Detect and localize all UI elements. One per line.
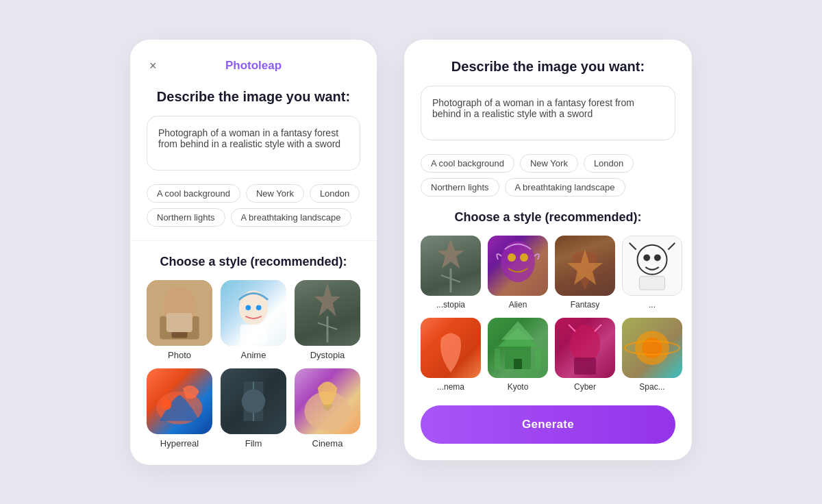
right-style-cinema[interactable]: ...nema (421, 318, 481, 392)
right-img-alien (488, 236, 548, 296)
right-tag-breathtaking[interactable]: A breathtaking landscape (505, 178, 625, 197)
style-img-cinema (295, 368, 360, 434)
right-img-cyber (555, 318, 615, 378)
screen-container: × Photoleap Describe the image you want:… (0, 12, 822, 492)
right-style-cyber[interactable]: Cyber (555, 318, 615, 392)
style-label-anime: Anime (241, 350, 266, 360)
svg-rect-48 (574, 357, 596, 375)
svg-point-29 (643, 254, 650, 261)
right-label-manga: ... (649, 300, 656, 310)
right-prompt-textarea[interactable] (421, 86, 675, 140)
style-img-photo (147, 280, 212, 346)
right-label-alien: Alien (509, 300, 527, 310)
style-label-dystopia: Dystopia (310, 350, 345, 360)
svg-point-25 (520, 253, 528, 262)
svg-rect-39 (514, 359, 522, 369)
right-section-title: Describe the image you want: (421, 59, 675, 75)
left-style-grid: Photo Anime (147, 280, 360, 449)
right-tag-northern-lights[interactable]: Northern lights (421, 178, 499, 197)
close-button[interactable]: × (147, 57, 160, 75)
right-style-title: Choose a style (recommended): (421, 210, 675, 225)
svg-point-6 (256, 305, 262, 310)
right-tag-london[interactable]: London (584, 154, 634, 173)
divider (130, 240, 377, 241)
style-img-film (221, 368, 286, 434)
tag-northern-lights[interactable]: Northern lights (147, 208, 225, 227)
right-label-dystopia: ...stopia (436, 300, 465, 310)
right-style-dystopia[interactable]: ...stopia (421, 236, 481, 310)
right-tags-row-1: A cool background New York London (421, 154, 675, 173)
left-section-title: Describe the image you want: (147, 89, 360, 105)
style-item-hyperreal[interactable]: Hyperreal (147, 368, 212, 449)
style-img-anime (221, 280, 286, 346)
svg-rect-40 (495, 349, 500, 369)
svg-rect-3 (171, 319, 187, 338)
style-item-dystopia[interactable]: Dystopia (295, 280, 360, 360)
left-style-title: Choose a style (recommended): (147, 255, 360, 269)
brand-name: Photoleap (225, 59, 282, 73)
svg-point-12 (161, 399, 171, 410)
style-item-anime[interactable]: Anime (221, 280, 286, 360)
right-style-kyoto[interactable]: Kyoto (488, 318, 548, 392)
svg-rect-41 (536, 349, 541, 369)
svg-point-24 (508, 253, 516, 262)
tag-breathtaking[interactable]: A breathtaking landscape (231, 208, 351, 227)
photo-svg (147, 280, 212, 346)
right-label-cinema: ...nema (437, 382, 464, 392)
right-img-manga (622, 236, 682, 296)
left-prompt-textarea[interactable] (147, 116, 360, 171)
left-card: × Photoleap Describe the image you want:… (130, 40, 377, 465)
right-label-kyoto: Kyoto (508, 382, 529, 392)
style-img-dystopia (295, 280, 360, 346)
right-img-kyoto (488, 318, 548, 378)
tag-new-york[interactable]: New York (246, 184, 304, 203)
svg-point-2 (163, 286, 196, 326)
svg-point-15 (242, 389, 266, 413)
right-style-fantasy[interactable]: Fantasy (555, 236, 615, 310)
left-tags-row-2: Northern lights A breathtaking landscape (147, 208, 360, 227)
right-style-grid-row1: ...stopia Alien (421, 236, 675, 310)
right-label-fantasy: Fantasy (571, 300, 600, 310)
card-header: × Photoleap (147, 59, 360, 73)
right-card: Describe the image you want: A cool back… (404, 40, 692, 460)
generate-button[interactable]: Generate (421, 405, 675, 444)
style-label-hyperreal: Hyperreal (160, 438, 199, 449)
style-item-cinema[interactable]: Cinema (295, 368, 360, 449)
right-label-cyber: Cyber (574, 382, 596, 392)
style-label-film: Film (245, 438, 262, 449)
right-tag-cool-bg[interactable]: A cool background (421, 154, 514, 173)
tag-cool-bg[interactable]: A cool background (147, 184, 240, 203)
style-label-photo: Photo (168, 350, 191, 360)
anime-svg (221, 280, 286, 346)
svg-point-30 (654, 254, 661, 261)
style-img-hyperreal (147, 368, 212, 434)
right-img-fantasy (555, 236, 615, 296)
cinema-svg (295, 368, 360, 434)
style-label-cinema: Cinema (312, 438, 343, 449)
svg-point-5 (245, 305, 251, 310)
right-style-grid-row2: ...nema Kyoto (421, 318, 675, 392)
hyperreal-svg (147, 368, 212, 434)
right-style-manga[interactable]: ... (622, 236, 682, 310)
right-img-dystopia (421, 236, 481, 296)
style-item-photo[interactable]: Photo (147, 280, 212, 360)
dystopia-svg (295, 280, 360, 346)
right-tag-new-york[interactable]: New York (520, 154, 578, 173)
left-tags-row: A cool background New York London (147, 184, 360, 203)
svg-rect-33 (639, 276, 664, 290)
style-item-film[interactable]: Film (221, 368, 286, 449)
svg-point-23 (501, 241, 535, 282)
right-tags-row-2: Northern lights A breathtaking landscape (421, 178, 675, 197)
right-img-space (622, 318, 682, 378)
svg-rect-7 (240, 325, 266, 343)
right-img-cinema (421, 318, 481, 378)
right-label-space: Spac... (639, 382, 664, 392)
tag-london[interactable]: London (310, 184, 360, 203)
right-style-space[interactable]: Spac... (622, 318, 682, 392)
right-style-alien[interactable]: Alien (488, 236, 548, 310)
film-svg (221, 368, 286, 434)
